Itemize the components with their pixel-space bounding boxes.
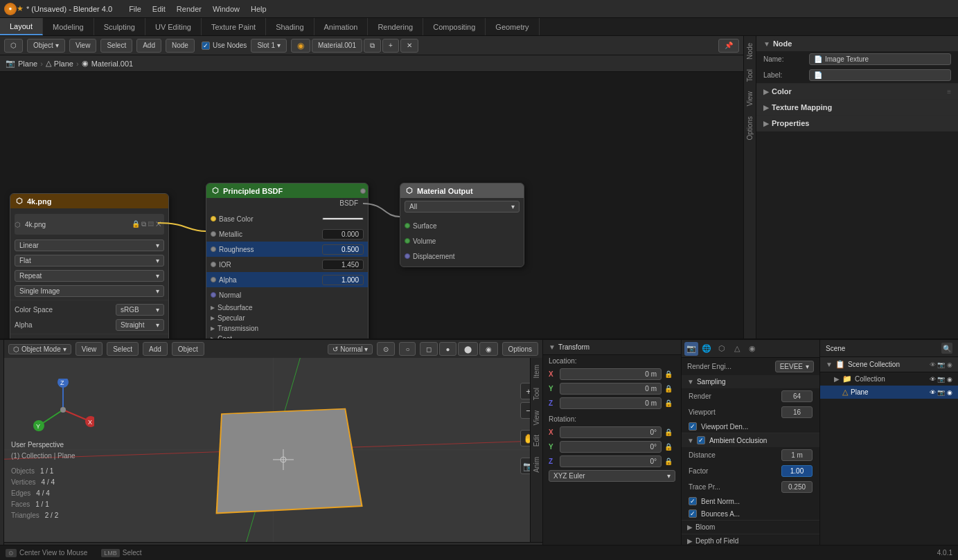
outliner-filter-btn[interactable]: 🔍: [941, 343, 952, 354]
tab-node-v[interactable]: Node: [745, 39, 755, 64]
viewport-3d[interactable]: Z X Y User Perspective: [4, 358, 542, 542]
render-samples-value[interactable]: 64: [781, 390, 813, 402]
render-prop-tab-world[interactable]: 🌐: [700, 342, 713, 356]
node-canvas[interactable]: ⬡ 4k.png ⬡ 4k.png 🔒 ⧉ ▤ ✕: [0, 72, 743, 338]
render-prop-tab-camera[interactable]: 📷: [684, 342, 698, 356]
base-color-value[interactable]: [322, 217, 364, 220]
tab-geometry[interactable]: Geometry: [486, 18, 539, 35]
tab-tool-v[interactable]: Tool: [745, 65, 755, 86]
tab-uv-editing[interactable]: UV Editing: [145, 18, 202, 35]
wireframe-shading[interactable]: ◻: [420, 342, 438, 356]
ao-trace-value[interactable]: 0.250: [781, 481, 813, 493]
vp-object-menu[interactable]: Object: [172, 342, 204, 356]
location-z[interactable]: 0 m: [560, 397, 662, 409]
viewport-options-btn[interactable]: Options: [502, 342, 538, 356]
tab-shading[interactable]: Shading: [266, 18, 314, 35]
vp-tab-edit[interactable]: Edit: [531, 431, 542, 451]
rotation-y[interactable]: 0°: [560, 441, 662, 453]
node-section-header[interactable]: Node: [756, 36, 958, 51]
rendered-shading[interactable]: ◉: [479, 342, 498, 356]
extension-select[interactable]: Repeat ▾: [15, 270, 164, 282]
vp-tab-item[interactable]: Item: [531, 361, 542, 382]
material-shading[interactable]: ⬤: [458, 342, 478, 356]
tab-modeling[interactable]: Modeling: [43, 18, 94, 35]
tab-animation[interactable]: Animation: [314, 18, 369, 35]
subsurface-section[interactable]: ▶ Subsurface: [206, 302, 368, 313]
vp-tab-tool[interactable]: Tool: [531, 383, 542, 404]
tab-view-v[interactable]: View: [745, 87, 755, 111]
location-y[interactable]: 0 m: [560, 383, 662, 395]
texture-node[interactable]: ⬡ 4k.png ⬡ 4k.png 🔒 ⧉ ▤ ✕: [10, 193, 169, 338]
vp-tab-view[interactable]: View: [531, 406, 542, 430]
location-x[interactable]: 0 m: [560, 368, 662, 380]
alpha-select[interactable]: Straight ▾: [116, 319, 164, 331]
bloom-section[interactable]: Bloom: [682, 521, 819, 534]
color-section-header[interactable]: Color ≡: [756, 84, 958, 99]
transmission-section[interactable]: ▶ Transmission: [206, 323, 368, 334]
tab-rendering[interactable]: Rendering: [368, 18, 423, 35]
proportional-edit[interactable]: ○: [399, 342, 416, 356]
roughness-value[interactable]: 0.500: [322, 244, 364, 255]
tab-compositing[interactable]: Compositing: [423, 18, 486, 35]
menu-file[interactable]: File: [123, 3, 147, 15]
menu-edit[interactable]: Edit: [147, 3, 171, 15]
slot-selector[interactable]: Slot 1 ▾: [251, 39, 287, 53]
pin-button[interactable]: 📌: [718, 39, 739, 53]
node-label-input[interactable]: 📄: [809, 69, 951, 81]
snap-toggle[interactable]: ⊙: [377, 342, 395, 356]
vp-select-menu[interactable]: Select: [107, 342, 139, 356]
collection-item[interactable]: ▶ 📁 Collection 👁 📷 ◉: [820, 372, 958, 386]
render-prop-tab-material[interactable]: ◉: [745, 342, 759, 356]
transform-orientation[interactable]: ↺ Normal ▾: [328, 344, 373, 354]
editor-type-selector[interactable]: ⬡: [4, 39, 23, 53]
interpolation-select[interactable]: Linear ▾: [15, 240, 164, 251]
object-mode-selector[interactable]: Object ▾: [27, 39, 65, 53]
vp-view-menu[interactable]: View: [76, 342, 103, 356]
tab-sculpting[interactable]: Sculpting: [94, 18, 145, 35]
render-prop-tab-mesh[interactable]: △: [730, 342, 744, 356]
engine-select[interactable]: EEVEE ▾: [775, 361, 814, 372]
plane-item[interactable]: △ Plane 👁 📷 ◉: [820, 386, 958, 399]
view-menu[interactable]: View: [69, 39, 97, 53]
output-node[interactable]: ⬡ Material Output All ▾: [400, 183, 524, 267]
material-close[interactable]: ✕: [400, 39, 418, 53]
rotation-x[interactable]: 0°: [560, 426, 662, 438]
coat-section[interactable]: ▶ Coat: [206, 334, 368, 338]
material-browse[interactable]: ◉: [291, 39, 310, 53]
object-mode-vp-selector[interactable]: ⬡ Object Mode ▾: [8, 344, 71, 354]
select-menu[interactable]: Select: [100, 39, 132, 53]
sampling-header[interactable]: Sampling: [682, 375, 819, 388]
transform-section-header[interactable]: Transform: [543, 340, 681, 355]
render-prop-tab-object[interactable]: ⬡: [715, 342, 729, 356]
node-menu[interactable]: Node: [166, 39, 195, 53]
ao-header[interactable]: ✓ Ambient Occlusion: [682, 433, 819, 447]
solid-shading[interactable]: ●: [439, 342, 456, 356]
color-space-select[interactable]: sRGB ▾: [116, 304, 164, 316]
viewport-area[interactable]: ⬡ Object Mode ▾ View Select Add Object ↺…: [4, 340, 542, 560]
menu-render[interactable]: Render: [171, 3, 207, 15]
output-all-select[interactable]: All ▾: [405, 201, 520, 213]
ao-factor-value[interactable]: 1.00: [781, 465, 813, 477]
ao-distance-value[interactable]: 1 m: [781, 449, 813, 461]
alpha-value[interactable]: 1.000: [322, 275, 364, 285]
projection-select[interactable]: Flat ▾: [15, 255, 164, 267]
specular-section[interactable]: ▶ Specular: [206, 313, 368, 323]
tab-layout[interactable]: Layout: [0, 18, 43, 35]
ao-checkbox[interactable]: ✓: [697, 436, 705, 444]
tab-texture-paint[interactable]: Texture Paint: [202, 18, 266, 35]
bsdf-node[interactable]: ⬡ Principled BSDF BSDF Base Color: [206, 183, 369, 338]
add-menu[interactable]: Add: [136, 39, 161, 53]
bent-norm-checkbox[interactable]: ✓: [689, 497, 697, 505]
material-name[interactable]: Material.001: [312, 39, 362, 53]
rotation-mode-select[interactable]: XYZ Euler ▾: [549, 470, 675, 482]
menu-window[interactable]: Window: [207, 3, 245, 15]
rotation-z[interactable]: 0°: [560, 455, 662, 467]
use-nodes-toggle[interactable]: ✓ Use Nodes: [202, 42, 247, 50]
material-copy[interactable]: ⧉: [364, 39, 381, 53]
metallic-value[interactable]: 0.000: [322, 229, 364, 240]
properties-section-header[interactable]: Properties: [756, 116, 958, 131]
node-name-input[interactable]: 📄 Image Texture: [809, 53, 951, 65]
vp-add-menu[interactable]: Add: [143, 342, 168, 356]
menu-help[interactable]: Help: [245, 3, 272, 15]
tab-options-v[interactable]: Options: [745, 112, 755, 144]
